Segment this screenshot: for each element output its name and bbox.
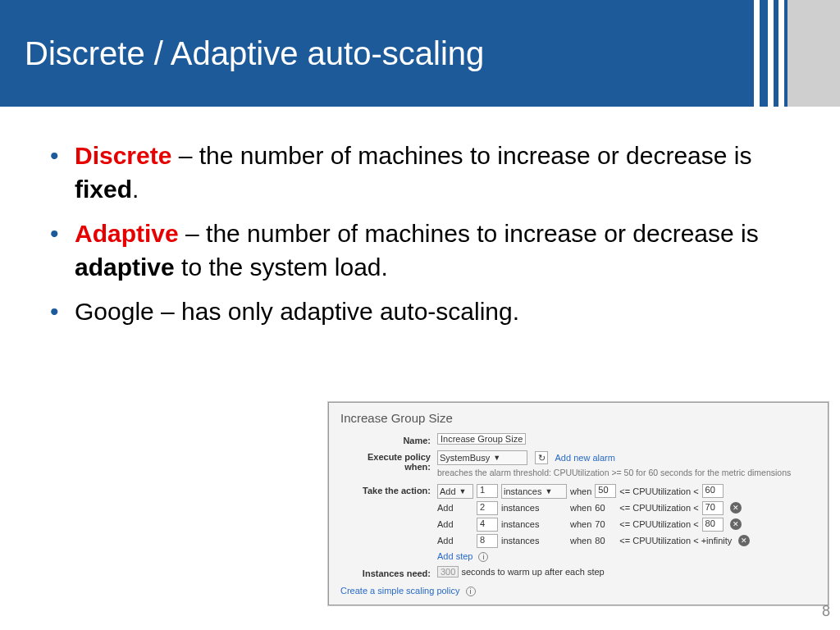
breach-helper-text: breaches the alarm threshold: CPUUtiliza…	[437, 468, 816, 479]
keyword-adaptive: Adaptive	[75, 220, 179, 247]
count-input[interactable]: 8	[477, 534, 498, 548]
unit-select[interactable]: instances▼	[501, 484, 567, 499]
remove-step-icon[interactable]: ✕	[730, 518, 742, 530]
label-instances-need: Instances need:	[340, 567, 437, 578]
step-row: Add 2 instances when 60 <= CPUUtilizatio…	[437, 501, 816, 515]
add-alarm-link[interactable]: Add new alarm	[555, 453, 615, 463]
cpu-upper-input[interactable]: 60	[702, 484, 724, 498]
remove-step-icon[interactable]: ✕	[730, 502, 742, 514]
bullet-adaptive: Adaptive – the number of machines to inc…	[45, 217, 795, 284]
cpu-upper-input[interactable]: 70	[702, 501, 724, 515]
steps-container: Add▼ 1 instances▼ when 50 <= CPUUtilizat…	[437, 484, 816, 562]
op-select[interactable]: Add▼	[437, 484, 473, 499]
count-input[interactable]: 2	[477, 501, 498, 515]
scaling-policy-panel: Increase Group Size Name: Increase Group…	[328, 402, 829, 605]
step-row: Add 8 instances when 80 <= CPUUtilizatio…	[437, 534, 816, 548]
label-execute: Execute policy when:	[340, 450, 437, 472]
keyword-discrete: Discrete	[75, 142, 171, 169]
panel-title: Increase Group Size	[329, 403, 828, 431]
slide-header: Discrete / Adaptive auto-scaling	[0, 0, 840, 107]
chevron-down-icon: ▼	[459, 487, 467, 495]
count-input[interactable]: 1	[477, 484, 498, 498]
label-name: Name:	[340, 434, 437, 445]
slide-title: Discrete / Adaptive auto-scaling	[25, 35, 484, 72]
simple-scaling-link[interactable]: Create a simple scaling policy	[340, 586, 460, 596]
count-input[interactable]: 4	[477, 518, 498, 532]
step-row: Add▼ 1 instances▼ when 50 <= CPUUtilizat…	[437, 484, 816, 499]
when-input[interactable]: 50	[595, 484, 616, 498]
add-step-link[interactable]: Add step	[437, 551, 472, 561]
warmup-input[interactable]: 300	[437, 566, 459, 578]
refresh-icon[interactable]: ↻	[535, 451, 548, 464]
chevron-down-icon: ▼	[493, 454, 500, 462]
policy-select[interactable]: SystemBusy▼	[437, 450, 527, 465]
chevron-down-icon: ▼	[545, 487, 552, 495]
label-action: Take the action:	[340, 484, 437, 495]
step-row: Add 4 instances when 70 <= CPUUtilizatio…	[437, 518, 816, 532]
slide-body: Discrete – the number of machines to inc…	[0, 107, 840, 329]
bullet-google: Google – has only adaptive auto-scaling.	[45, 295, 795, 329]
bullet-discrete: Discrete – the number of machines to inc…	[45, 139, 795, 206]
name-input[interactable]: Increase Group Size	[437, 433, 526, 445]
remove-step-icon[interactable]: ✕	[738, 535, 750, 546]
info-icon[interactable]: i	[466, 587, 476, 596]
cpu-upper-input[interactable]: 80	[702, 518, 724, 532]
page-number: 8	[822, 603, 830, 620]
header-stripes	[729, 0, 840, 107]
info-icon[interactable]: i	[478, 552, 488, 562]
